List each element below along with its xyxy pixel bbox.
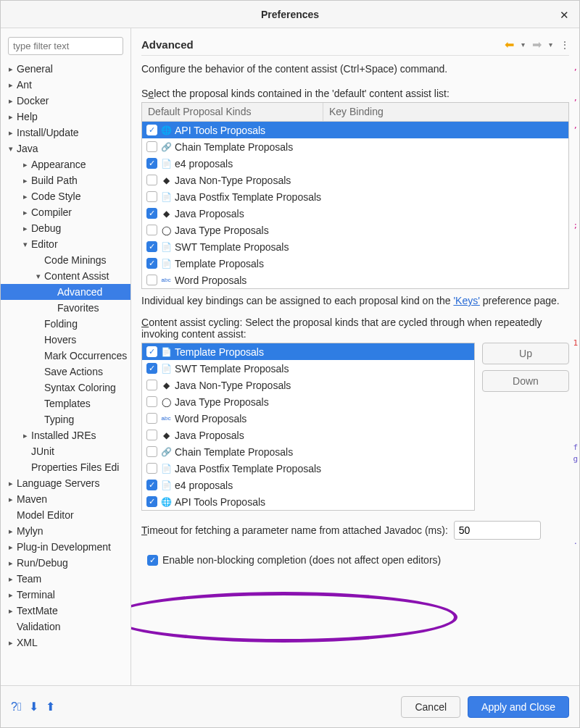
forward-icon[interactable]: ➡ — [532, 39, 542, 51]
tree-item[interactable]: Typing — [1, 411, 130, 427]
chevron-right-icon[interactable]: ▸ — [7, 527, 15, 536]
table-row[interactable]: 📄Template Proposals — [142, 343, 474, 360]
chevron-right-icon[interactable]: ▸ — [7, 590, 15, 600]
tree-item[interactable]: ▾Java — [1, 141, 130, 156]
row-checkbox[interactable] — [146, 175, 157, 185]
chevron-right-icon[interactable]: ▸ — [7, 112, 15, 122]
import-icon[interactable]: ⬇ — [29, 700, 38, 714]
table-row[interactable]: 🌐API Tools Proposals — [142, 493, 474, 510]
tree-item[interactable]: Properties Files Edi — [1, 459, 130, 475]
table-row[interactable]: ◆Java Non-Type Proposals — [142, 377, 474, 393]
row-checkbox[interactable] — [146, 430, 157, 440]
table-row[interactable]: ◆Java Proposals — [142, 427, 474, 443]
tree-item[interactable]: ▸General — [1, 61, 130, 77]
tree-item[interactable]: Advanced — [1, 284, 130, 300]
row-checkbox[interactable] — [146, 346, 157, 357]
tree-item[interactable]: ▸Run/Debug — [1, 555, 130, 571]
row-checkbox[interactable] — [146, 258, 157, 269]
chevron-down-icon[interactable]: ▾ — [21, 240, 30, 249]
row-checkbox[interactable] — [146, 158, 157, 169]
row-checkbox[interactable] — [146, 275, 157, 285]
row-checkbox[interactable] — [146, 446, 157, 457]
table-row[interactable]: 🔗Chain Template Proposals — [142, 443, 474, 460]
row-checkbox[interactable] — [146, 463, 157, 474]
tree-item[interactable]: ▸Language Servers — [1, 475, 130, 491]
row-checkbox[interactable] — [146, 125, 157, 135]
tree-item[interactable]: ▸Plug-in Development — [1, 539, 130, 555]
table-row[interactable]: 📄Java Postfix Template Proposals — [142, 460, 474, 477]
row-checkbox[interactable] — [146, 141, 157, 152]
table-row[interactable]: ◯Java Type Proposals — [142, 222, 568, 238]
close-icon[interactable]: ✕ — [556, 7, 572, 22]
tree-item[interactable]: Folding — [1, 316, 130, 332]
tree-item[interactable]: Favorites — [1, 300, 130, 316]
row-checkbox[interactable] — [146, 191, 157, 202]
keys-link[interactable]: 'Keys' — [453, 295, 479, 306]
row-checkbox[interactable] — [146, 480, 157, 490]
chevron-right-icon[interactable]: ▸ — [21, 192, 30, 201]
table-row[interactable]: ◆Java Proposals — [142, 205, 568, 222]
chevron-right-icon[interactable]: ▸ — [7, 128, 15, 138]
back-icon[interactable]: ⬅ — [505, 39, 514, 51]
tree-item[interactable]: ▾Editor — [1, 236, 130, 252]
column-header-kind[interactable]: Default Proposal Kinds — [142, 103, 323, 121]
help-icon[interactable]: ?⃝ — [11, 700, 22, 714]
tree-item[interactable]: ▸Help — [1, 109, 130, 125]
row-checkbox[interactable] — [146, 496, 157, 507]
row-checkbox[interactable] — [146, 396, 157, 407]
chevron-right-icon[interactable]: ▸ — [7, 543, 15, 552]
table-row[interactable]: 📄Template Proposals — [142, 255, 568, 272]
tree-item[interactable]: Hovers — [1, 332, 130, 348]
table-row[interactable]: abcWord Proposals — [142, 272, 568, 288]
chevron-right-icon[interactable]: ▸ — [21, 160, 30, 170]
chevron-right-icon[interactable]: ▸ — [7, 479, 15, 488]
down-button[interactable]: Down — [482, 370, 569, 392]
tree-item[interactable]: ▸TextMate — [1, 603, 130, 619]
row-checkbox[interactable] — [146, 241, 157, 252]
table-row[interactable]: 📄e4 proposals — [142, 155, 568, 172]
tree-item[interactable]: ▸Build Path — [1, 172, 130, 188]
table-row[interactable]: 📄e4 proposals — [142, 477, 474, 493]
tree-item[interactable]: ▸Ant — [1, 77, 130, 93]
row-checkbox[interactable] — [146, 380, 157, 390]
chevron-right-icon[interactable]: ▸ — [21, 176, 30, 185]
tree-item[interactable]: ▸Mylyn — [1, 523, 130, 539]
chevron-right-icon[interactable]: ▸ — [7, 80, 15, 90]
chevron-right-icon[interactable]: ▸ — [7, 495, 15, 504]
tree-item[interactable]: Code Minings — [1, 252, 130, 268]
chevron-right-icon[interactable]: ▸ — [7, 574, 15, 584]
column-header-keybinding[interactable]: Key Binding — [323, 103, 568, 121]
tree-item[interactable]: ▸XML — [1, 635, 130, 650]
tree-item[interactable]: Mark Occurrences — [1, 348, 130, 364]
tree-item[interactable]: Model Editor — [1, 507, 130, 523]
row-checkbox[interactable] — [146, 413, 157, 424]
table-row[interactable]: ◆Java Non-Type Proposals — [142, 172, 568, 188]
table-row[interactable]: 📄Java Postfix Template Proposals — [142, 188, 568, 205]
cycling-proposals-table[interactable]: 📄Template Proposals📄SWT Template Proposa… — [141, 343, 475, 511]
chevron-right-icon[interactable]: ▸ — [7, 606, 15, 616]
nonblocking-checkbox[interactable] — [147, 555, 158, 566]
export-icon[interactable]: ⬆ — [46, 700, 55, 714]
row-checkbox[interactable] — [146, 225, 157, 235]
chevron-down-icon[interactable]: ▾ — [34, 272, 43, 281]
page-menu-icon[interactable]: ⋮ — [560, 39, 569, 51]
chevron-right-icon[interactable]: ▸ — [21, 431, 30, 440]
apply-close-button[interactable]: Apply and Close — [468, 696, 569, 718]
filter-input[interactable] — [8, 37, 123, 55]
chevron-right-icon[interactable]: ▸ — [7, 64, 15, 74]
default-proposals-table[interactable]: Default Proposal Kinds Key Binding 🌐API … — [141, 102, 569, 289]
tree-item[interactable]: ▸Compiler — [1, 204, 130, 220]
table-row[interactable]: 🔗Chain Template Proposals — [142, 138, 568, 155]
tree-item[interactable]: ▾Content Assist — [1, 268, 130, 284]
chevron-right-icon[interactable]: ▸ — [21, 208, 30, 217]
chevron-right-icon[interactable]: ▸ — [7, 558, 15, 568]
cancel-button[interactable]: Cancel — [401, 696, 460, 718]
preferences-tree[interactable]: ▸General▸Ant▸Docker▸Help▸Install/Update▾… — [1, 59, 130, 681]
tree-item[interactable]: ▸Appearance — [1, 156, 130, 172]
tree-item[interactable]: ▸Install/Update — [1, 125, 130, 141]
tree-item[interactable]: Save Actions — [1, 364, 130, 380]
table-row[interactable]: 🌐API Tools Proposals — [142, 122, 568, 138]
tree-item[interactable]: ▸Maven — [1, 491, 130, 507]
back-menu-icon[interactable]: ▾ — [521, 41, 525, 49]
row-checkbox[interactable] — [146, 363, 157, 374]
